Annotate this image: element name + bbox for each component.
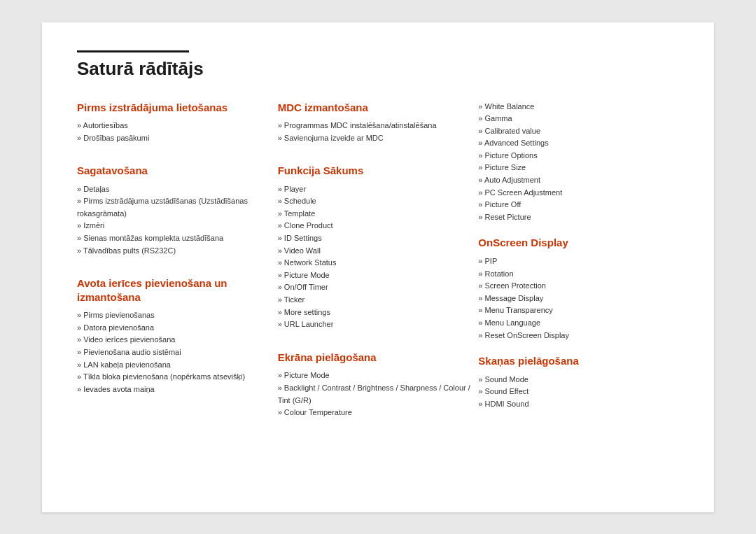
list-item: Network Status: [278, 257, 479, 269]
list-item: Detaļas: [77, 183, 278, 196]
list-item: Gamma: [478, 113, 679, 125]
list-item: URL Launcher: [278, 318, 479, 331]
section-title-mdc: MDC izmantošana: [278, 101, 479, 115]
list-item: Datora pievienošana: [77, 322, 278, 335]
list-item: Sound Effect: [478, 386, 679, 398]
page-title: Saturā rādītājs: [77, 58, 679, 80]
section-onscreen: OnScreen DisplayPIPRotationScreen Protec…: [478, 236, 679, 342]
list-item: Tīkla bloka pievienošana (nopērkams atse…: [77, 371, 278, 384]
list-item: Picture Mode: [278, 370, 479, 382]
list-item: Backlight / Contrast / Brightness / Shar…: [278, 382, 479, 407]
section-title-pirms: Pirms izstrādājuma lietošanas: [77, 101, 278, 115]
column-2: MDC izmantošanaProgrammas MDC instalēšan…: [278, 101, 479, 439]
list-item: Screen Protection: [478, 280, 679, 293]
page: Saturā rādītājs Pirms izstrādājuma lieto…: [42, 22, 714, 512]
section-ekrana: Ekrāna pielāgošanaPicture ModeBacklight …: [278, 351, 479, 419]
section-title-onscreen: OnScreen Display: [478, 236, 679, 250]
section-avota: Avota ierīces pievienošana un izmantošan…: [77, 276, 278, 395]
list-item: More settings: [278, 307, 479, 319]
list-item: Advanced Settings: [478, 137, 679, 150]
list-item: Reset Picture: [478, 211, 679, 224]
list-item: Picture Options: [478, 150, 679, 162]
section-top-items: White BalanceGammaCalibrated valueAdvanc…: [478, 101, 679, 224]
list-item: Video Wall: [278, 245, 479, 258]
list-item: Sienas montāžas komplekta uzstādīšana: [77, 232, 278, 245]
list-item: Clone Product: [278, 220, 479, 232]
list-item: Tālvadības pults (RS232C): [77, 245, 278, 258]
section-sagatavosana: SagatavošanaDetaļasPirms izstrādājuma uz…: [77, 164, 278, 257]
section-title-skanas: Skaņas pielāgošana: [478, 354, 679, 368]
section-title-ekrana: Ekrāna pielāgošana: [278, 351, 479, 365]
list-item: Message Display: [478, 293, 679, 305]
list-item: Video ierīces pievienošana: [77, 334, 278, 346]
section-title-sagatavosana: Sagatavošana: [77, 164, 278, 178]
section-funkcija: Funkcija SākumsPlayerScheduleTemplateClo…: [278, 164, 479, 331]
list-item: Pirms pievienošanas: [77, 309, 278, 322]
list-item: Drošības pasākumi: [77, 132, 278, 145]
list-item: Player: [278, 183, 479, 196]
list-item: ID Settings: [278, 232, 479, 245]
section-title-funkcija: Funkcija Sākums: [278, 164, 479, 178]
list-item: Programmas MDC instalēšana/atinstalēšana: [278, 120, 479, 132]
list-item: White Balance: [478, 101, 679, 113]
content-columns: Pirms izstrādājuma lietošanasAutortiesīb…: [77, 101, 679, 439]
list-item: LAN kabeļa pievienošana: [77, 359, 278, 372]
list-item: Picture Mode: [278, 269, 479, 282]
section-pirms: Pirms izstrādājuma lietošanasAutortiesīb…: [77, 101, 278, 145]
section-title-avota: Avota ierīces pievienošana un izmantošan…: [77, 276, 278, 304]
column-1: Pirms izstrādājuma lietošanasAutortiesīb…: [77, 101, 278, 439]
list-item: Ievades avota maiņa: [77, 384, 278, 396]
list-item: PIP: [478, 255, 679, 268]
list-item: Auto Adjustment: [478, 174, 679, 187]
list-item: Reset OnScreen Display: [478, 330, 679, 342]
list-item: Picture Off: [478, 199, 679, 211]
list-item: Calibrated value: [478, 125, 679, 138]
list-item: PC Screen Adjustment: [478, 187, 679, 199]
list-item: Menu Transparency: [478, 304, 679, 317]
list-item: Menu Language: [478, 317, 679, 330]
column-3: White BalanceGammaCalibrated valueAdvanc…: [478, 101, 679, 439]
list-item: Pirms izstrādājuma uzstādīšanas (Uzstādī…: [77, 195, 278, 220]
list-item: HDMI Sound: [478, 398, 679, 411]
list-item: Izmēri: [77, 220, 278, 232]
section-mdc: MDC izmantošanaProgrammas MDC instalēšan…: [278, 101, 479, 145]
list-item: Autortiesības: [77, 120, 278, 132]
list-item: Colour Temperature: [278, 407, 479, 419]
list-item: Ticker: [278, 294, 479, 307]
list-item: Rotation: [478, 268, 679, 281]
list-item: Schedule: [278, 195, 479, 208]
list-item: Sound Mode: [478, 374, 679, 386]
list-item: Template: [278, 208, 479, 220]
section-skanas: Skaņas pielāgošanaSound ModeSound Effect…: [478, 354, 679, 410]
list-item: On/Off Timer: [278, 281, 479, 294]
list-item: Picture Size: [478, 162, 679, 174]
title-bar: [77, 50, 189, 52]
list-item: Pievienošana audio sistēmai: [77, 346, 278, 359]
list-item: Savienojuma izveide ar MDC: [278, 132, 479, 145]
